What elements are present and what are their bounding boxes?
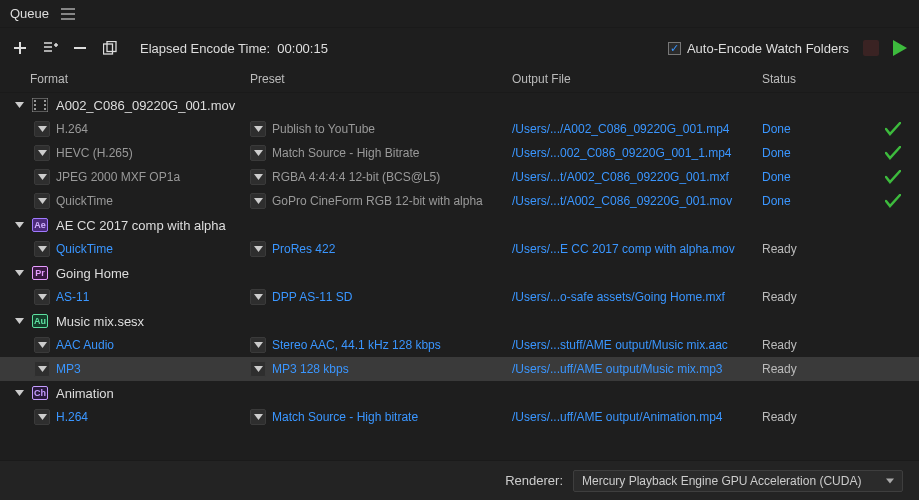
preset-text[interactable]: Match Source - High Bitrate [272, 146, 419, 160]
format-dropdown-icon[interactable] [34, 337, 50, 353]
app-badge-ch: Ch [32, 386, 48, 400]
group-row[interactable]: AuMusic mix.sesx [0, 309, 919, 333]
format-text[interactable]: HEVC (H.265) [56, 146, 133, 160]
queue-item-row[interactable]: MP3 MP3 128 kbps /Users/...uff/AME outpu… [0, 357, 919, 381]
column-preset[interactable]: Preset [250, 72, 512, 86]
status-text: Done [762, 170, 822, 184]
format-text[interactable]: AAC Audio [56, 338, 114, 352]
svg-marker-34 [38, 294, 47, 300]
chevron-down-icon[interactable] [14, 270, 24, 276]
cell-preset: MP3 128 kbps [250, 361, 512, 377]
renderer-label: Renderer: [505, 473, 563, 488]
svg-rect-18 [34, 108, 36, 110]
preset-dropdown-icon[interactable] [250, 169, 266, 185]
cell-preset: Stereo AAC, 44.1 kHz 128 kbps [250, 337, 512, 353]
format-text[interactable]: QuickTime [56, 194, 113, 208]
file-type-icon [32, 98, 48, 112]
preset-text[interactable]: Match Source - High bitrate [272, 410, 418, 424]
format-text[interactable]: AS-11 [56, 290, 89, 304]
format-dropdown-icon[interactable] [34, 145, 50, 161]
chevron-down-icon[interactable] [14, 318, 24, 324]
output-path[interactable]: /Users/...002_C086_09220G_001_1.mp4 [512, 146, 762, 160]
chevron-down-icon[interactable] [14, 390, 24, 396]
format-dropdown-icon[interactable] [34, 409, 50, 425]
preset-text[interactable]: GoPro CineForm RGB 12-bit with alpha [272, 194, 483, 208]
renderer-select[interactable]: Mercury Playback Engine GPU Acceleration… [573, 470, 903, 492]
preset-dropdown-icon[interactable] [250, 361, 266, 377]
remove-icon[interactable] [72, 40, 88, 56]
output-path[interactable]: /Users/...uff/AME output/Music mix.mp3 [512, 362, 762, 376]
column-format[interactable]: Format [0, 72, 250, 86]
preset-text[interactable]: MP3 128 kbps [272, 362, 349, 376]
format-dropdown-icon[interactable] [34, 169, 50, 185]
check-icon [885, 170, 901, 184]
output-path[interactable]: /Users/...t/A002_C086_09220G_001.mov [512, 194, 762, 208]
cell-status: Done [762, 170, 919, 184]
preset-dropdown-icon[interactable] [250, 337, 266, 353]
queue-item-row[interactable]: AAC Audio Stereo AAC, 44.1 kHz 128 kbps … [0, 333, 919, 357]
preset-dropdown-icon[interactable] [250, 241, 266, 257]
preset-text[interactable]: Stereo AAC, 44.1 kHz 128 kbps [272, 338, 441, 352]
elapsed-label: Elapsed Encode Time: 00:00:15 [140, 41, 328, 56]
preset-dropdown-icon[interactable] [250, 289, 266, 305]
svg-marker-37 [38, 342, 47, 348]
cell-format: AAC Audio [0, 337, 250, 353]
column-output[interactable]: Output File [512, 72, 762, 86]
format-dropdown-icon[interactable] [34, 361, 50, 377]
format-dropdown-icon[interactable] [34, 241, 50, 257]
output-path[interactable]: /Users/...E CC 2017 comp with alpha.mov [512, 242, 762, 256]
group-row[interactable]: ChAnimation [0, 381, 919, 405]
svg-marker-13 [893, 40, 907, 56]
format-text[interactable]: QuickTime [56, 242, 113, 256]
preset-dropdown-icon[interactable] [250, 121, 266, 137]
start-queue-button[interactable] [893, 40, 907, 56]
format-text[interactable]: JPEG 2000 MXF OP1a [56, 170, 180, 184]
auto-encode-checkbox[interactable]: Auto-Encode Watch Folders [668, 41, 849, 56]
format-dropdown-icon[interactable] [34, 121, 50, 137]
add-comp-icon[interactable] [42, 40, 58, 56]
svg-rect-12 [107, 42, 116, 52]
format-text[interactable]: MP3 [56, 362, 81, 376]
preset-text[interactable]: ProRes 422 [272, 242, 335, 256]
svg-marker-33 [15, 270, 24, 276]
preset-dropdown-icon[interactable] [250, 409, 266, 425]
queue-item-row[interactable]: QuickTime GoPro CineForm RGB 12-bit with… [0, 189, 919, 213]
add-source-icon[interactable] [12, 40, 28, 56]
output-path[interactable]: /Users/...stuff/AME output/Music mix.aac [512, 338, 762, 352]
preset-text[interactable]: Publish to YouTube [272, 122, 375, 136]
output-path[interactable]: /Users/...o-safe assets/Going Home.mxf [512, 290, 762, 304]
output-path[interactable]: /Users/...uff/AME output/Animation.mp4 [512, 410, 762, 424]
chevron-down-icon[interactable] [14, 102, 24, 108]
duplicate-icon[interactable] [102, 40, 118, 56]
stop-button[interactable] [863, 40, 879, 56]
output-path[interactable]: /Users/.../A002_C086_09220G_001.mp4 [512, 122, 762, 136]
cell-format: H.264 [0, 409, 250, 425]
queue-item-row[interactable]: QuickTime ProRes 422 /Users/...E CC 2017… [0, 237, 919, 261]
svg-rect-17 [34, 104, 36, 106]
chevron-down-icon[interactable] [14, 222, 24, 228]
toolbar: Elapsed Encode Time: 00:00:15 Auto-Encod… [0, 28, 919, 68]
preset-dropdown-icon[interactable] [250, 193, 266, 209]
group-row[interactable]: A002_C086_09220G_001.mov [0, 93, 919, 117]
svg-marker-35 [254, 294, 263, 300]
group-row[interactable]: AeAE CC 2017 comp with alpha [0, 213, 919, 237]
preset-text[interactable]: RGBA 4:4:4:4 12-bit (BCS@L5) [272, 170, 440, 184]
queue-item-row[interactable]: AS-11 DPP AS-11 SD /Users/...o-safe asse… [0, 285, 919, 309]
column-status[interactable]: Status [762, 72, 919, 86]
output-path[interactable]: /Users/...t/A002_C086_09220G_001.mxf [512, 170, 762, 184]
queue-item-row[interactable]: HEVC (H.265) Match Source - High Bitrate… [0, 141, 919, 165]
cell-preset: ProRes 422 [250, 241, 512, 257]
format-dropdown-icon[interactable] [34, 289, 50, 305]
preset-text[interactable]: DPP AS-11 SD [272, 290, 352, 304]
queue-item-row[interactable]: H.264 Match Source - High bitrate /Users… [0, 405, 919, 429]
format-dropdown-icon[interactable] [34, 193, 50, 209]
svg-marker-23 [254, 126, 263, 132]
group-row[interactable]: PrGoing Home [0, 261, 919, 285]
preset-dropdown-icon[interactable] [250, 145, 266, 161]
cell-status: Ready [762, 338, 919, 352]
queue-item-row[interactable]: JPEG 2000 MXF OP1a RGBA 4:4:4:4 12-bit (… [0, 165, 919, 189]
format-text[interactable]: H.264 [56, 122, 88, 136]
queue-item-row[interactable]: H.264 Publish to YouTube /Users/.../A002… [0, 117, 919, 141]
format-text[interactable]: H.264 [56, 410, 88, 424]
panel-menu-icon[interactable] [61, 8, 75, 20]
